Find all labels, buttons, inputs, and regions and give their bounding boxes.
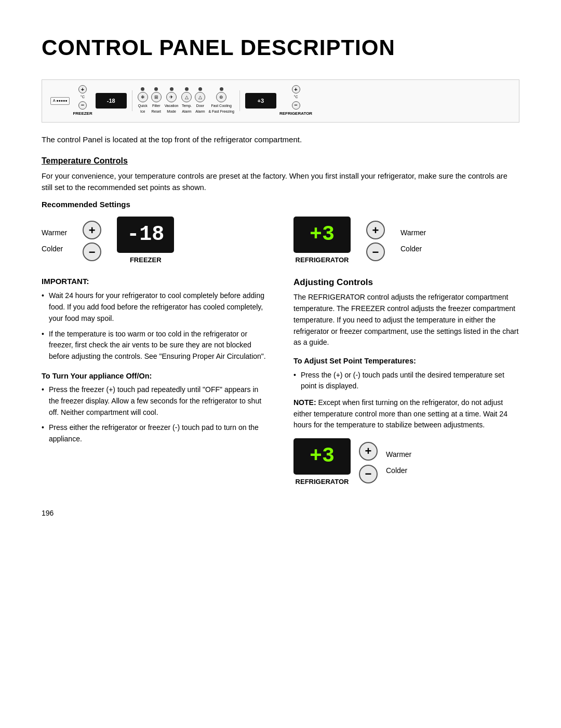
important-heading: IMPORTANT: [42, 276, 268, 288]
fridge-warmer-label: Warmer [400, 227, 426, 238]
freezer-rec-settings: Warmer Colder + − -18 FREEZER [42, 217, 268, 265]
main-two-col: Warmer Colder + − -18 FREEZER IMPORTANT:… [42, 217, 519, 487]
cp-vacation-btn[interactable]: ✈ [166, 92, 177, 102]
cp-sep1 [132, 90, 132, 111]
cp-fridge-plus-btn[interactable]: + [292, 85, 300, 93]
cp-temp-alarm: △ Temp.Alarm [181, 87, 192, 114]
bottom-btn-col: + − [359, 442, 378, 483]
cp-freezer-minus-btn[interactable]: − [78, 101, 87, 110]
adjusting-section: Adjusting Controls The REFRIGERATOR cont… [293, 276, 519, 431]
right-column: +3 REFRIGERATOR + − Warmer Colder Adjust… [293, 217, 519, 487]
page-number: 196 [42, 508, 519, 519]
cp-quick-ice: ❄ QuickIce [138, 87, 148, 114]
bottom-colder-label: Colder [386, 465, 411, 476]
cp-freezer-display: -18 [96, 93, 127, 109]
cp-door-alarm-btn[interactable]: △ [195, 92, 205, 102]
turn-off-bullets: Press the freezer (+) touch pad repeated… [42, 384, 268, 444]
note-body: Except when first turning on the refrige… [293, 398, 507, 429]
fridge-btn-col: + − [366, 221, 385, 261]
cp-fast-cooling: ⊛ Fast Cooling& Fast Freezing [208, 87, 234, 114]
fridge-display-wrapper: +3 REFRIGERATOR [293, 217, 351, 265]
cp-plus-freezer: + °C − FREEZER [73, 85, 92, 117]
cp-freezer-plus-btn[interactable]: + [78, 85, 87, 93]
bottom-fridge-label: REFRIGERATOR [296, 477, 349, 487]
control-panel-diagram: A ●●●●● + °C − FREEZER -18 ❄ QuickIce ⊞ … [42, 79, 519, 123]
freezer-btn-col: + − [83, 221, 101, 261]
bottom-fridge-big-display: +3 [293, 438, 351, 475]
note-text: NOTE: Except when first turning on the r… [293, 397, 519, 431]
freezer-minus-btn[interactable]: − [83, 242, 101, 261]
bottom-minus-btn[interactable]: − [359, 465, 378, 483]
freezer-display-wrapper: -18 FREEZER [117, 217, 174, 265]
cp-fridge-display: +3 [245, 93, 276, 109]
important-bullets: Wait 24 hours for your refrigerator to c… [42, 290, 268, 362]
turn-off-section: To Turn Your appliance Off/On: Press the… [42, 371, 268, 445]
adjusting-heading: Adjusting Controls [293, 276, 519, 289]
fridge-warmer-colder: Warmer Colder [400, 227, 426, 254]
temp-controls-text: For your convenience, your temperature c… [42, 170, 519, 194]
page-title: CONTROL PANEL DESCRIPTION [42, 31, 519, 64]
freezer-warmer-colder: Warmer Colder [42, 227, 67, 254]
freezer-colder-label: Colder [42, 244, 67, 254]
cp-dot5 [198, 87, 202, 91]
turn-off-bullet-2: Press either the refrigerator or freezer… [42, 422, 268, 444]
note-strong: NOTE: [293, 398, 316, 407]
cp-dot2 [154, 87, 158, 91]
adjust-bullets: Press the (+) or (-) touch pads until th… [293, 370, 519, 392]
cp-freezer-display-col: -18 [96, 93, 127, 109]
turn-off-bullet-1: Press the freezer (+) touch pad repeated… [42, 384, 268, 418]
cp-dot3 [170, 87, 173, 91]
adjust-set-point-heading: To Adjust Set Point Temperatures: [293, 356, 519, 367]
cp-door-alarm: △ DoorAlarm [195, 87, 205, 114]
important-section: IMPORTANT: Wait 24 hours for your refrig… [42, 276, 268, 362]
fridge-colder-label: Colder [400, 244, 426, 254]
temp-controls-heading: Temperature Controls [42, 155, 519, 167]
bottom-fridge-section: +3 REFRIGERATOR + − Warmer Colder [293, 438, 519, 487]
bottom-plus-btn[interactable]: + [359, 442, 378, 461]
cp-freezer-left: A ●●●●● [50, 97, 70, 105]
left-column: Warmer Colder + − -18 FREEZER IMPORTANT:… [42, 217, 268, 487]
freezer-big-display: -18 [117, 217, 174, 253]
recommended-settings-heading: Recommended Settings [42, 199, 519, 211]
cp-temp-alarm-btn[interactable]: △ [181, 92, 192, 102]
freezer-plus-btn[interactable]: + [83, 221, 101, 239]
fridge-rec-settings: +3 REFRIGERATOR + − Warmer Colder [293, 217, 519, 265]
cp-dot6 [220, 87, 223, 91]
cp-filter-reset: ⊞ FilterReset [151, 87, 162, 114]
bottom-fridge-display-wrapper: +3 REFRIGERATOR [293, 438, 351, 487]
important-bullet-2: If the temperature is too warm or too co… [42, 329, 268, 362]
fridge-control-label: REFRIGERATOR [296, 255, 349, 265]
cp-fridge-display-col: +3 [245, 93, 276, 109]
cp-filter-btn[interactable]: ⊞ [151, 92, 162, 102]
cp-plus-fridge: + °C − REFRIGERATOR [279, 85, 312, 117]
cp-quick-ice-btn[interactable]: ❄ [138, 92, 148, 102]
fridge-minus-btn[interactable]: − [366, 242, 385, 261]
cp-dot1 [141, 87, 144, 91]
cp-fast-cooling-btn[interactable]: ⊛ [216, 92, 226, 102]
cp-sep2 [239, 90, 240, 111]
freezer-control-label: FREEZER [130, 255, 162, 265]
intro-text: The control Panel is located at the top … [42, 134, 519, 146]
cp-vacation-mode: ✈ VacationMode [165, 87, 179, 114]
fridge-plus-btn[interactable]: + [366, 221, 385, 239]
turn-off-heading: To Turn Your appliance Off/On: [42, 371, 268, 382]
freezer-warmer-label: Warmer [42, 227, 67, 238]
bottom-warmer-colder: Warmer Colder [386, 449, 411, 476]
adjusting-text: The REFRIGERATOR control adjusts the ref… [293, 292, 519, 348]
bottom-warmer-label: Warmer [386, 449, 411, 460]
important-bullet-1: Wait 24 hours for your refrigerator to c… [42, 290, 268, 324]
cp-fridge-minus-btn[interactable]: − [292, 101, 300, 110]
adjust-bullet-1: Press the (+) or (-) touch pads until th… [293, 370, 519, 392]
fridge-big-display: +3 [293, 217, 351, 253]
cp-dot4 [185, 87, 189, 91]
